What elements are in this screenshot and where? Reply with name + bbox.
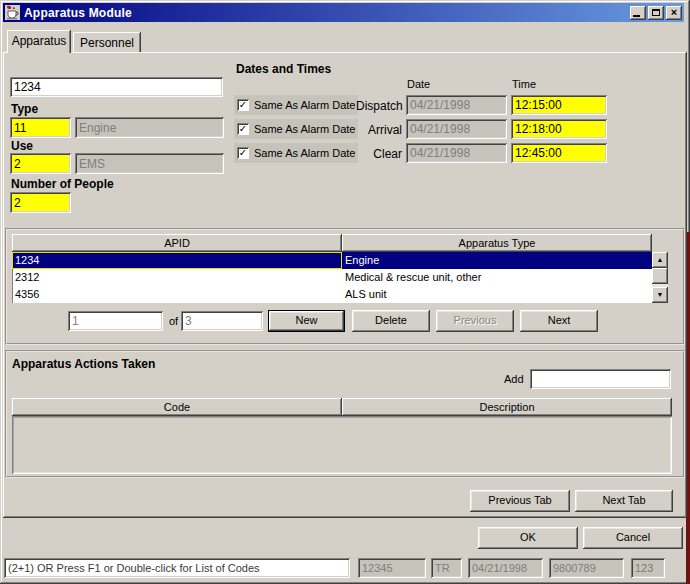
- id-input[interactable]: 1234: [10, 77, 223, 97]
- java-cup-icon: [5, 5, 20, 20]
- use-label: Use: [11, 139, 33, 153]
- status-field-seq: 123: [631, 558, 665, 578]
- same-as-alarm-label: Same As Alarm Date: [254, 99, 356, 111]
- minimize-icon: [633, 15, 640, 17]
- previous-tab-button[interactable]: Previous Tab: [470, 490, 570, 512]
- type-description-field: Engine: [75, 117, 224, 138]
- actions-title: Apparatus Actions Taken: [12, 357, 155, 371]
- check-icon: ✓: [239, 123, 247, 134]
- previous-button[interactable]: Previous: [436, 310, 514, 332]
- number-of-people-input[interactable]: 2: [10, 192, 71, 213]
- grid-scrollbar[interactable]: ▲ ▼: [652, 252, 668, 303]
- new-button[interactable]: New: [268, 310, 345, 332]
- apid-column-header[interactable]: APID: [12, 234, 342, 252]
- apparatus-type-cell[interactable]: Medical & rescue unit, other: [342, 269, 652, 286]
- description-column-header[interactable]: Description: [342, 398, 672, 416]
- dispatch-date-field: 04/21/1998: [406, 95, 507, 115]
- minimize-button[interactable]: [630, 6, 646, 20]
- title-bar[interactable]: Apparatus Module ×: [3, 3, 684, 22]
- same-as-alarm-checkbox-arrival[interactable]: ✓: [237, 123, 249, 135]
- arrival-time-input[interactable]: 12:18:00: [511, 119, 607, 139]
- date-column-header: Date: [407, 78, 430, 90]
- apid-cell[interactable]: 2312: [12, 269, 342, 286]
- add-input[interactable]: [530, 369, 671, 389]
- table-row[interactable]: 4356 ALS unit: [12, 286, 652, 303]
- dates-and-times-title: Dates and Times: [236, 62, 331, 76]
- apid-cell[interactable]: 1234: [12, 252, 342, 269]
- check-icon: ✓: [239, 147, 247, 158]
- scroll-up-button[interactable]: ▲: [652, 252, 668, 268]
- scroll-down-button[interactable]: ▼: [652, 287, 668, 303]
- status-message-field: (2+1) OR Press F1 or Double-click for Li…: [4, 558, 350, 578]
- same-as-alarm-checkbox-dispatch[interactable]: ✓: [237, 99, 249, 111]
- record-index-input[interactable]: 1: [68, 311, 163, 331]
- check-icon: ✓: [239, 99, 247, 110]
- scrollbar-thumb[interactable]: [652, 268, 668, 284]
- screen: Apparatus Module × Apparatus Personnel I…: [0, 0, 690, 584]
- table-row[interactable]: 2312 Medical & rescue unit, other: [12, 269, 652, 286]
- add-label: Add: [504, 373, 524, 385]
- code-column-header[interactable]: Code: [12, 398, 342, 416]
- maximize-button[interactable]: [648, 6, 664, 20]
- use-code-input[interactable]: 2: [10, 153, 71, 174]
- status-field-incident: 12345: [358, 558, 426, 578]
- same-as-alarm-checkbox-clear[interactable]: ✓: [237, 147, 249, 159]
- window-title: Apparatus Module: [24, 6, 628, 20]
- type-code-input[interactable]: 11: [10, 117, 71, 138]
- next-button[interactable]: Next: [520, 310, 598, 332]
- clear-date-field: 04/21/1998: [406, 143, 507, 163]
- close-button[interactable]: ×: [666, 6, 682, 20]
- apparatus-type-cell[interactable]: Engine: [342, 252, 652, 269]
- type-label: Type: [11, 102, 38, 116]
- record-count-input[interactable]: 3: [181, 311, 263, 331]
- status-field-number: 9800789: [549, 558, 624, 578]
- same-as-alarm-label: Same As Alarm Date: [254, 147, 356, 159]
- tab-personnel[interactable]: Personnel: [73, 32, 141, 53]
- same-as-alarm-row-arrival: ✓ Same As Alarm Date: [234, 119, 358, 139]
- actions-table-body: [12, 416, 672, 474]
- table-row[interactable]: 1234 Engine: [12, 252, 652, 269]
- use-description-field: EMS: [75, 153, 224, 174]
- same-as-alarm-row-dispatch: ✓ Same As Alarm Date: [234, 95, 358, 115]
- tab-apparatus[interactable]: Apparatus: [7, 30, 71, 53]
- apid-cell[interactable]: 4356: [12, 286, 342, 303]
- clear-label: Clear: [356, 147, 402, 161]
- arrival-date-field: 04/21/1998: [406, 119, 507, 139]
- status-field-date: 04/21/1998: [468, 558, 543, 578]
- delete-button[interactable]: Delete: [352, 310, 430, 332]
- apparatus-type-column-header[interactable]: Apparatus Type: [342, 234, 652, 252]
- apparatus-type-cell[interactable]: ALS unit: [342, 286, 652, 303]
- dispatch-time-input[interactable]: 12:15:00: [511, 95, 607, 115]
- number-of-people-label: Number of People: [11, 177, 114, 191]
- same-as-alarm-row-clear: ✓ Same As Alarm Date: [234, 143, 358, 163]
- time-column-header: Time: [512, 78, 536, 90]
- maximize-icon: [652, 9, 660, 16]
- status-field-code: TR: [431, 558, 462, 578]
- arrow-down-icon: ▼: [657, 291, 664, 298]
- arrival-label: Arrival: [356, 123, 402, 137]
- clear-time-input[interactable]: 12:45:00: [511, 143, 607, 163]
- arrow-up-icon: ▲: [657, 256, 664, 263]
- dispatch-label: Dispatch: [356, 99, 402, 113]
- cancel-button[interactable]: Cancel: [583, 527, 683, 549]
- apparatus-grid-body: 1234 Engine 2312 Medical & rescue unit, …: [12, 252, 652, 303]
- apparatus-module-window: Apparatus Module × Apparatus Personnel I…: [0, 0, 690, 584]
- ok-button[interactable]: OK: [478, 527, 578, 549]
- next-tab-button[interactable]: Next Tab: [575, 490, 673, 512]
- close-icon: ×: [671, 7, 677, 17]
- same-as-alarm-label: Same As Alarm Date: [254, 123, 356, 135]
- of-label: of: [169, 315, 178, 327]
